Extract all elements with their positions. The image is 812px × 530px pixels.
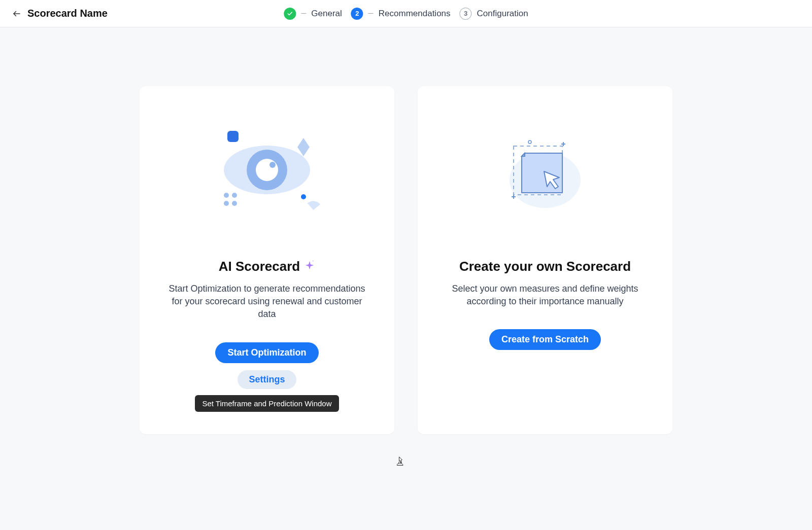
svg-rect-5 bbox=[227, 131, 239, 142]
document-cursor-illustration-icon bbox=[489, 127, 601, 218]
header-left: Scorecard Name bbox=[12, 8, 108, 19]
step-label: Configuration bbox=[477, 9, 528, 19]
svg-marker-6 bbox=[297, 138, 310, 156]
step-number-badge: 2 bbox=[351, 8, 363, 20]
step-connector bbox=[368, 13, 374, 14]
svg-point-10 bbox=[232, 201, 237, 206]
svg-point-3 bbox=[256, 159, 278, 181]
card-title: AI Scorecard bbox=[219, 259, 300, 274]
card-title: Create your own Scorecard bbox=[459, 259, 631, 274]
svg-point-7 bbox=[224, 193, 229, 198]
stepper: General 2 Recommendations 3 Configuratio… bbox=[284, 8, 528, 20]
back-arrow-icon[interactable] bbox=[12, 9, 21, 18]
step-configuration[interactable]: 3 Configuration bbox=[460, 8, 528, 20]
card-description: Select your own measures and define weig… bbox=[444, 282, 647, 308]
page-title: Scorecard Name bbox=[27, 8, 108, 19]
settings-tooltip: Set Timeframe and Prediction Window bbox=[195, 395, 339, 412]
svg-point-8 bbox=[232, 193, 237, 198]
step-label: Recommendations bbox=[379, 9, 451, 19]
ai-eye-illustration-icon bbox=[211, 127, 323, 218]
check-icon bbox=[284, 8, 296, 20]
svg-point-14 bbox=[528, 140, 531, 144]
ai-scorecard-card: AI Scorecard Start Optimization to gener… bbox=[140, 86, 394, 434]
manual-scorecard-card: Create your own Scorecard Select your ow… bbox=[418, 86, 672, 434]
create-from-scratch-button[interactable]: Create from Scratch bbox=[489, 329, 601, 350]
step-general[interactable]: General bbox=[284, 8, 342, 20]
card-title-row: Create your own Scorecard bbox=[459, 259, 631, 274]
cursor-pointer-icon bbox=[395, 456, 405, 469]
step-number-badge: 3 bbox=[460, 8, 472, 20]
settings-button[interactable]: Settings bbox=[238, 370, 296, 389]
start-optimization-button[interactable]: Start Optimization bbox=[215, 342, 318, 363]
card-description: Start Optimization to generate recommend… bbox=[165, 282, 368, 321]
card-title-row: AI Scorecard bbox=[219, 259, 315, 274]
header: Scorecard Name General 2 Recommendations… bbox=[0, 0, 812, 27]
svg-point-11 bbox=[301, 194, 306, 199]
svg-point-4 bbox=[269, 162, 276, 168]
sparkle-icon bbox=[304, 260, 315, 273]
step-recommendations[interactable]: 2 Recommendations bbox=[351, 8, 451, 20]
svg-point-9 bbox=[224, 201, 229, 206]
step-label: General bbox=[311, 9, 342, 19]
main-content: AI Scorecard Start Optimization to gener… bbox=[0, 27, 812, 434]
step-connector bbox=[301, 13, 306, 14]
